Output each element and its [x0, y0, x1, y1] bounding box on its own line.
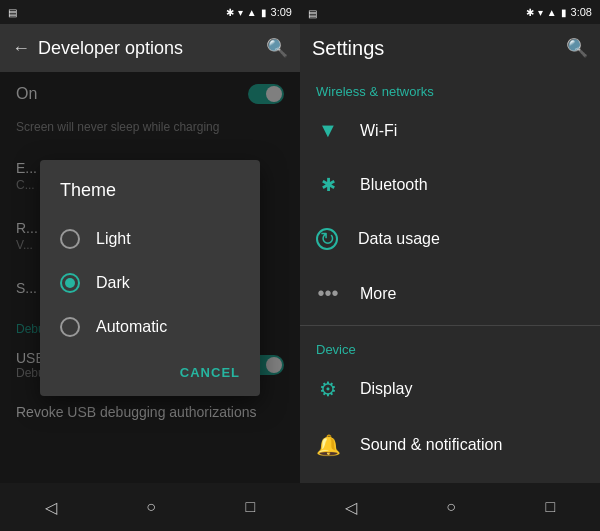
more-icon: •••: [316, 282, 340, 305]
radio-label-automatic: Automatic: [96, 318, 167, 336]
cancel-button[interactable]: CANCEL: [172, 357, 248, 388]
dialog-title: Theme: [40, 180, 260, 217]
settings-title: Settings: [312, 37, 384, 60]
radio-option-dark[interactable]: Dark: [40, 261, 260, 305]
radio-label-light: Light: [96, 230, 131, 248]
dialog-actions: CANCEL: [40, 349, 260, 396]
status-time-left: 3:09: [271, 6, 292, 18]
radio-circle-light: [60, 229, 80, 249]
settings-content-left: On Screen will never sleep while chargin…: [0, 72, 300, 483]
dialog-overlay: Theme Light Dark Automatic CANCEL: [0, 72, 300, 483]
notification-icon: ▤: [8, 7, 17, 18]
section-header-device: Device: [300, 330, 600, 361]
status-time-right: 3:08: [571, 6, 592, 18]
settings-content-right: Wireless & networks ▼ Wi-Fi ✱ Bluetooth …: [300, 72, 600, 483]
menu-item-wifi[interactable]: ▼ Wi-Fi: [300, 103, 600, 158]
status-bar-left: ▤ ✱ ▾ ▲ ▮ 3:09: [0, 0, 300, 24]
bluetooth-icon-status: ✱: [226, 7, 234, 18]
display-icon: ⚙: [316, 377, 340, 401]
menu-item-more[interactable]: ••• More: [300, 266, 600, 321]
section-header-wireless: Wireless & networks: [300, 72, 600, 103]
right-panel: ▤ ✱ ▾ ▲ ▮ 3:08 Settings 🔍 Wireless & net…: [300, 0, 600, 531]
back-nav-icon-left[interactable]: ◁: [45, 498, 57, 517]
status-right-left-icons: ▤: [308, 3, 317, 21]
signal-icon-right: ▲: [547, 7, 557, 18]
display-label: Display: [360, 380, 412, 398]
menu-item-bluetooth[interactable]: ✱ Bluetooth: [300, 158, 600, 212]
home-nav-icon-right[interactable]: ○: [446, 498, 456, 516]
wifi-icon: ▼: [316, 119, 340, 142]
bottom-nav-right: ◁ ○ □: [300, 483, 600, 531]
section-divider: [300, 325, 600, 326]
signal-icon-status: ▲: [247, 7, 257, 18]
radio-circle-automatic: [60, 317, 80, 337]
radio-option-light[interactable]: Light: [40, 217, 260, 261]
radio-circle-dark: [60, 273, 80, 293]
recents-nav-icon-left[interactable]: □: [246, 498, 256, 516]
recents-nav-icon-right[interactable]: □: [546, 498, 556, 516]
data-usage-icon: ↻: [316, 228, 338, 250]
sound-icon: 🔔: [316, 433, 340, 457]
status-right-icons: ✱ ▾ ▲ ▮ 3:09: [226, 6, 292, 18]
radio-inner-dark: [65, 278, 75, 288]
developer-options-title: Developer options: [38, 38, 258, 59]
search-icon-left[interactable]: 🔍: [266, 37, 288, 59]
bluetooth-icon-right: ✱: [526, 7, 534, 18]
bottom-nav-left: ◁ ○ □: [0, 483, 300, 531]
bluetooth-icon: ✱: [316, 174, 340, 196]
left-panel: ▤ ✱ ▾ ▲ ▮ 3:09 ← Developer options 🔍 On …: [0, 0, 300, 531]
search-icon-right[interactable]: 🔍: [566, 37, 588, 59]
battery-icon-status: ▮: [261, 7, 267, 18]
radio-label-dark: Dark: [96, 274, 130, 292]
sound-label: Sound & notification: [360, 436, 502, 454]
top-bar-left: ← Developer options 🔍: [0, 24, 300, 72]
notification-icon-right: ▤: [308, 8, 317, 19]
wifi-icon-status: ▾: [238, 7, 243, 18]
theme-dialog: Theme Light Dark Automatic CANCEL: [40, 160, 260, 396]
bluetooth-label: Bluetooth: [360, 176, 428, 194]
wifi-icon-right: ▾: [538, 7, 543, 18]
back-icon[interactable]: ←: [12, 38, 30, 59]
menu-item-display[interactable]: ⚙ Display: [300, 361, 600, 417]
menu-item-data-usage[interactable]: ↻ Data usage: [300, 212, 600, 266]
wifi-label: Wi-Fi: [360, 122, 397, 140]
status-left-icons: ▤: [8, 7, 17, 18]
more-label: More: [360, 285, 396, 303]
data-usage-label: Data usage: [358, 230, 440, 248]
top-bar-right: Settings 🔍: [300, 24, 600, 72]
home-nav-icon-left[interactable]: ○: [146, 498, 156, 516]
back-nav-icon-right[interactable]: ◁: [345, 498, 357, 517]
menu-item-sound[interactable]: 🔔 Sound & notification: [300, 417, 600, 473]
status-right-right-icons: ✱ ▾ ▲ ▮ 3:08: [526, 6, 592, 18]
status-bar-right: ▤ ✱ ▾ ▲ ▮ 3:08: [300, 0, 600, 24]
radio-option-automatic[interactable]: Automatic: [40, 305, 260, 349]
battery-icon-right: ▮: [561, 7, 567, 18]
